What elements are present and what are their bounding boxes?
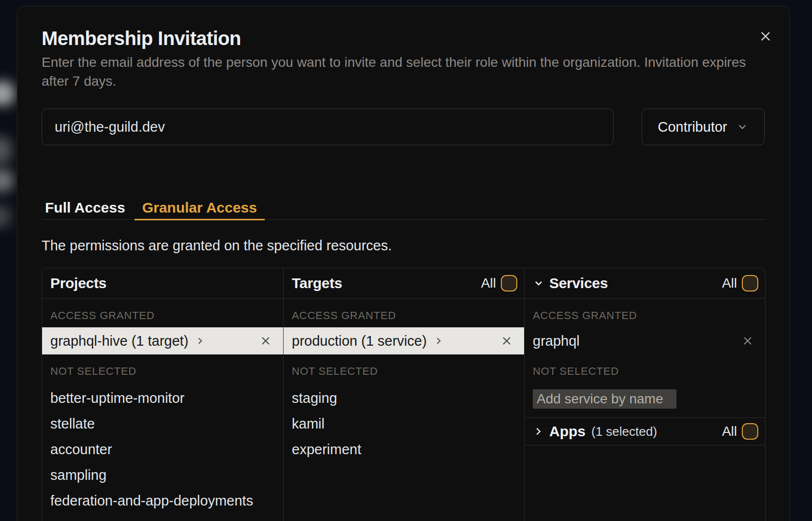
selected-target-label: production (1 service) bbox=[292, 333, 427, 349]
selected-project-label: graphql-hive (1 target) bbox=[50, 333, 188, 349]
list-item[interactable]: sampling bbox=[42, 462, 283, 488]
remove-target-icon[interactable] bbox=[501, 335, 512, 347]
chevron-down-icon bbox=[736, 121, 749, 133]
close-icon[interactable] bbox=[758, 29, 773, 44]
services-body: ACCESS GRANTED graphql NOT SELECTED Apps… bbox=[525, 299, 765, 521]
background-blur-blob bbox=[0, 205, 11, 228]
list-item[interactable]: experiment bbox=[284, 437, 524, 462]
apps-all-checkbox[interactable] bbox=[742, 423, 758, 440]
access-tabs: Full Access Granular Access bbox=[42, 199, 766, 220]
projects-list: better-uptime-monitorstellateaccountersa… bbox=[42, 385, 283, 514]
list-item[interactable]: accounter bbox=[42, 437, 283, 462]
services-all-checkbox[interactable] bbox=[742, 275, 758, 291]
targets-title: Targets bbox=[292, 275, 342, 291]
tab-granular-access[interactable]: Granular Access bbox=[135, 199, 265, 220]
targets-body: ACCESS GRANTED production (1 service) NO… bbox=[284, 299, 524, 521]
services-all-group[interactable]: All bbox=[722, 275, 758, 291]
granted-service-row[interactable]: graphql bbox=[525, 327, 765, 354]
list-item[interactable]: kamil bbox=[284, 411, 524, 437]
membership-invitation-dialog: Membership Invitation Enter the email ad… bbox=[17, 6, 790, 521]
remove-project-icon[interactable] bbox=[260, 335, 271, 347]
chevron-down-icon[interactable] bbox=[533, 277, 544, 289]
chevron-right-icon bbox=[195, 336, 205, 346]
background-blur-blob bbox=[0, 137, 12, 164]
services-header: Services All bbox=[525, 268, 765, 299]
email-field[interactable] bbox=[42, 108, 614, 145]
targets-column: Targets All ACCESS GRANTED production (1… bbox=[283, 268, 524, 521]
list-item[interactable]: stellate bbox=[42, 411, 283, 437]
services-title: Services bbox=[549, 275, 608, 291]
projects-column: Projects ACCESS GRANTED graphql-hive (1 … bbox=[42, 268, 283, 521]
apps-label: Apps bbox=[549, 423, 586, 440]
apps-row[interactable]: Apps (1 selected) All bbox=[525, 417, 765, 445]
not-selected-label: NOT SELECTED bbox=[533, 365, 765, 378]
services-column: Services All ACCESS GRANTED graphql NOT … bbox=[524, 268, 765, 521]
apps-all-group[interactable]: All bbox=[722, 423, 758, 440]
projects-header: Projects bbox=[42, 268, 283, 299]
list-item[interactable]: better-uptime-monitor bbox=[42, 385, 283, 411]
targets-header: Targets All bbox=[284, 268, 524, 299]
invite-row: Contributor bbox=[42, 108, 766, 145]
selected-project-row[interactable]: graphql-hive (1 target) bbox=[42, 327, 283, 354]
access-granted-label: ACCESS GRANTED bbox=[50, 309, 283, 322]
granted-service-label: graphql bbox=[533, 333, 580, 349]
background-blur-blob bbox=[0, 81, 15, 106]
resources-table: Projects ACCESS GRANTED graphql-hive (1 … bbox=[42, 268, 766, 521]
not-selected-label: NOT SELECTED bbox=[50, 365, 283, 378]
role-select-value: Contributor bbox=[658, 119, 727, 135]
permissions-note: The permissions are granted on the speci… bbox=[42, 236, 766, 255]
projects-title: Projects bbox=[50, 275, 106, 291]
targets-all-checkbox[interactable] bbox=[501, 275, 517, 291]
list-item[interactable]: staging bbox=[284, 385, 524, 411]
not-selected-label: NOT SELECTED bbox=[292, 365, 524, 378]
access-granted-label: ACCESS GRANTED bbox=[292, 309, 524, 322]
chevron-right-icon bbox=[434, 336, 443, 346]
dialog-title: Membership Invitation bbox=[42, 27, 766, 50]
background-blur-blob bbox=[0, 169, 14, 192]
targets-all-group[interactable]: All bbox=[481, 275, 517, 291]
chevron-right-icon bbox=[533, 426, 543, 437]
targets-all-label: All bbox=[481, 276, 496, 291]
targets-list: stagingkamilexperiment bbox=[284, 385, 524, 462]
apps-all-label: All bbox=[722, 424, 737, 439]
tab-full-access[interactable]: Full Access bbox=[42, 199, 129, 219]
list-item[interactable]: federation-and-app-deployments bbox=[42, 488, 283, 514]
projects-body: ACCESS GRANTED graphql-hive (1 target) N… bbox=[42, 299, 283, 521]
add-service-input[interactable] bbox=[533, 389, 677, 409]
apps-count: (1 selected) bbox=[591, 424, 657, 439]
access-granted-label: ACCESS GRANTED bbox=[533, 309, 765, 322]
role-select[interactable]: Contributor bbox=[642, 108, 765, 145]
remove-service-icon[interactable] bbox=[742, 335, 753, 347]
dialog-description: Enter the email address of the person yo… bbox=[42, 53, 766, 91]
services-all-label: All bbox=[722, 276, 737, 291]
selected-target-row[interactable]: production (1 service) bbox=[284, 327, 524, 354]
